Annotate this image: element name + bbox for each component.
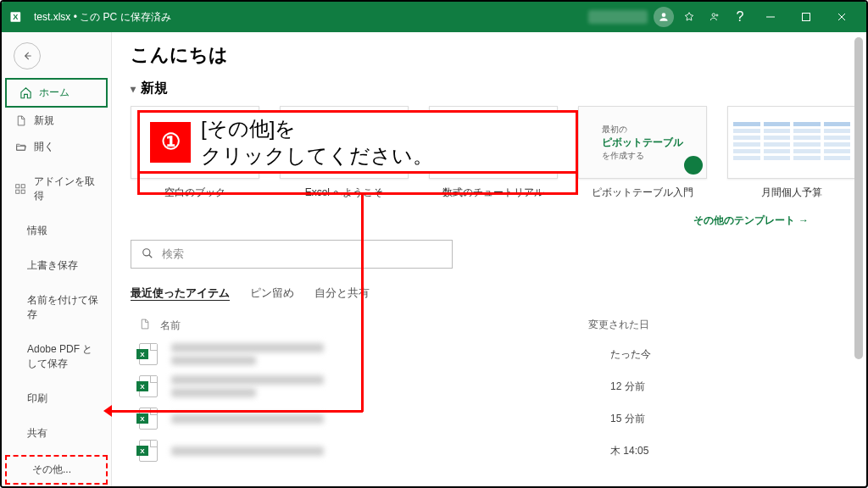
sidebar-item-print[interactable]: 印刷	[2, 385, 111, 412]
excel-file-icon: X	[139, 440, 161, 462]
sidebar-item-share[interactable]: 共有	[2, 420, 111, 446]
content-area: こんにちは ▾ 新規 空白のブック Excel へようこそ 数式のチュートリアル	[112, 32, 866, 486]
file-row[interactable]: X 15 分前	[131, 402, 851, 435]
sidebar-label-addins: アドインを取得	[34, 175, 103, 203]
search-placeholder: 検索	[162, 247, 184, 262]
svg-point-3	[712, 14, 715, 16]
file-tabs: 最近使ったアイテム ピン留め 自分と共有	[131, 286, 851, 304]
svg-point-2	[662, 13, 666, 17]
sidebar-item-home[interactable]: ホーム	[5, 78, 108, 108]
template-pivot[interactable]: 最初の ピボットテーブル を作成する ピボットテーブル入門	[578, 106, 707, 200]
svg-rect-9	[21, 185, 25, 188]
sidebar-label-new: 新規	[34, 114, 54, 128]
back-button[interactable]	[14, 42, 41, 69]
maximize-button[interactable]	[788, 2, 824, 32]
sidebar-item-adobe[interactable]: Adobe PDF として保存	[2, 336, 111, 377]
titlebar: X test.xlsx • この PC に保存済み ?	[2, 2, 866, 32]
new-section-heading[interactable]: ▾ 新規	[131, 80, 851, 97]
sidebar-label-open: 開く	[34, 140, 54, 154]
tab-recent[interactable]: 最近使ったアイテム	[131, 286, 230, 304]
file-icon-placeholder	[139, 318, 150, 333]
minimize-button[interactable]	[753, 2, 788, 32]
share-account-icon[interactable]	[702, 4, 727, 30]
annotation-line-h	[107, 410, 363, 413]
more-templates-link[interactable]: その他のテンプレート→	[131, 214, 809, 228]
annotation-number: ①	[150, 122, 191, 163]
sidebar-item-more[interactable]: その他...	[5, 455, 108, 485]
file-row[interactable]: X たった今	[131, 338, 851, 370]
help-button[interactable]: ?	[727, 4, 753, 30]
arrow-right-icon: →	[798, 214, 809, 226]
svg-text:X: X	[13, 13, 19, 21]
file-row[interactable]: X 12 分前	[131, 370, 851, 402]
search-input[interactable]: 検索	[131, 240, 453, 269]
sidebar: ホーム 新規 開く アドインを取得 情報 上書き保存 名前を付けて保存 Adob…	[2, 32, 112, 486]
search-icon	[142, 247, 153, 262]
account-name-blurred	[588, 10, 648, 24]
svg-line-13	[149, 254, 153, 258]
annotation-callout: ① [その他]をクリックしてください。	[137, 110, 578, 195]
svg-rect-8	[16, 185, 19, 188]
addins-icon	[14, 182, 27, 196]
scrollbar[interactable]	[854, 37, 863, 478]
svg-point-12	[143, 248, 150, 255]
open-icon	[14, 141, 27, 154]
annotation-message: [その他]をクリックしてください。	[201, 115, 433, 168]
new-icon	[14, 114, 27, 128]
excel-file-icon: X	[139, 343, 161, 365]
sidebar-item-open[interactable]: 開く	[2, 134, 111, 160]
chevron-down-icon: ▾	[131, 83, 136, 95]
sidebar-item-new[interactable]: 新規	[2, 108, 111, 134]
sidebar-label-home: ホーム	[39, 86, 70, 100]
sidebar-item-saveas[interactable]: 名前を付けて保存	[2, 287, 111, 328]
file-list-header: 名前 変更された日	[131, 314, 851, 338]
svg-rect-10	[16, 190, 19, 193]
sidebar-item-save[interactable]: 上書き保存	[2, 252, 111, 279]
template-budget[interactable]: 月間個人予算	[727, 106, 856, 200]
home-icon	[19, 86, 32, 100]
excel-file-icon: X	[139, 375, 161, 397]
sidebar-item-info[interactable]: 情報	[2, 218, 111, 244]
window-title: test.xlsx • この PC に保存済み	[34, 10, 588, 25]
sidebar-item-addins[interactable]: アドインを取得	[2, 169, 111, 209]
svg-rect-5	[803, 14, 810, 21]
excel-app-icon: X	[8, 8, 25, 25]
tab-pinned[interactable]: ピン留め	[250, 286, 294, 304]
pivot-badge-icon	[684, 156, 703, 175]
file-row[interactable]: X 木 14:05	[131, 435, 851, 467]
premium-icon[interactable]	[676, 4, 702, 30]
annotation-line-v	[361, 195, 364, 412]
svg-rect-11	[21, 190, 25, 193]
annotation-arrow-icon	[103, 405, 112, 417]
greeting-heading: こんにちは	[131, 42, 851, 68]
close-button[interactable]	[824, 2, 860, 32]
account-button[interactable]	[651, 4, 676, 30]
